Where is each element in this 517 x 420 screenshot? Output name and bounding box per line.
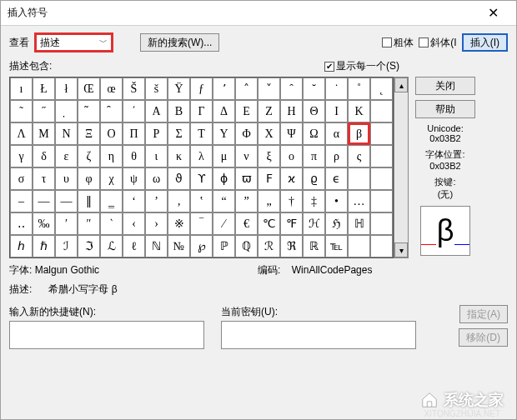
- symbol-cell[interactable]: ˘: [303, 78, 325, 100]
- symbol-cell[interactable]: υ: [55, 168, 78, 190]
- symbol-cell[interactable]: γ: [10, 145, 33, 168]
- symbol-cell[interactable]: ρ: [325, 145, 348, 168]
- symbol-cell[interactable]: Δ: [213, 100, 235, 122]
- symbol-cell[interactable]: ※: [168, 212, 190, 235]
- symbol-cell[interactable]: Ł: [33, 78, 55, 100]
- symbol-cell[interactable]: ς: [348, 145, 370, 168]
- symbol-cell[interactable]: η: [100, 145, 123, 168]
- symbol-cell[interactable]: ℛ: [258, 235, 280, 258]
- symbol-cell[interactable]: •: [325, 190, 348, 212]
- new-shortcut-input[interactable]: [9, 321, 204, 349]
- symbol-cell[interactable]: ℙ: [213, 235, 235, 258]
- symbol-cell[interactable]: ˆ: [280, 78, 303, 100]
- symbol-cell[interactable]: Γ: [190, 100, 213, 122]
- symbol-cell[interactable]: ˄: [235, 78, 258, 100]
- symbol-cell[interactable]: ξ: [258, 145, 280, 168]
- symbol-cell[interactable]: ϒ: [190, 168, 213, 190]
- symbol-cell[interactable]: ̑: [100, 100, 123, 122]
- symbol-cell[interactable]: ”: [235, 190, 258, 212]
- symbol-cell[interactable]: ℉: [280, 212, 303, 235]
- symbol-cell[interactable]: Λ: [10, 122, 33, 145]
- symbol-cell[interactable]: Œ: [78, 78, 100, 100]
- close-button[interactable]: 关闭: [415, 77, 475, 95]
- symbol-cell[interactable]: ℃: [258, 212, 280, 235]
- symbol-cell[interactable]: σ: [10, 168, 33, 190]
- symbol-cell[interactable]: ˝: [33, 100, 55, 122]
- symbol-cell[interactable]: ℐ: [55, 235, 78, 258]
- symbol-cell[interactable]: Ε: [235, 100, 258, 122]
- symbol-cell[interactable]: ‰: [33, 212, 55, 235]
- symbol-cell[interactable]: ‥: [10, 212, 33, 235]
- symbol-cell[interactable]: [370, 235, 393, 258]
- symbol-cell[interactable]: ε: [55, 145, 78, 168]
- symbol-cell[interactable]: Ψ: [280, 122, 303, 145]
- symbol-cell[interactable]: ϰ: [280, 168, 303, 190]
- symbol-cell[interactable]: ℘: [190, 235, 213, 258]
- symbol-cell[interactable]: ˙: [325, 78, 348, 100]
- symbol-cell[interactable]: [370, 190, 393, 212]
- symbol-cell[interactable]: ϱ: [303, 168, 325, 190]
- symbol-cell[interactable]: ˜: [10, 100, 33, 122]
- symbol-cell[interactable]: Μ: [33, 122, 55, 145]
- symbol-cell[interactable]: ˚: [348, 78, 370, 100]
- symbol-cell[interactable]: ℡: [325, 235, 348, 258]
- symbol-cell[interactable]: Ρ: [145, 122, 168, 145]
- symbol-cell[interactable]: ο: [280, 145, 303, 168]
- symbol-cell[interactable]: ℎ: [10, 235, 33, 258]
- italic-checkbox[interactable]: 斜体(I: [419, 36, 456, 50]
- symbol-cell[interactable]: ʼ: [213, 78, 235, 100]
- scroll-up-icon[interactable]: ▴: [394, 78, 408, 92]
- symbol-cell[interactable]: ‖: [78, 190, 100, 212]
- symbol-cell[interactable]: ℑ: [78, 235, 100, 258]
- insert-button[interactable]: 插入(I): [462, 33, 508, 52]
- symbol-cell[interactable]: ‹: [123, 212, 145, 235]
- symbol-cell[interactable]: ł: [55, 78, 78, 100]
- symbol-cell[interactable]: ΄: [123, 100, 145, 122]
- current-key-input[interactable]: [221, 321, 416, 349]
- symbol-cell[interactable]: ı: [10, 78, 33, 100]
- symbol-cell[interactable]: ζ: [78, 145, 100, 168]
- symbol-cell[interactable]: €: [235, 212, 258, 235]
- symbol-cell[interactable]: Ζ: [258, 100, 280, 122]
- symbol-cell[interactable]: π: [303, 145, 325, 168]
- symbol-cell[interactable]: Ÿ: [168, 78, 190, 100]
- symbol-cell[interactable]: ′: [55, 212, 78, 235]
- symbol-cell[interactable]: ℒ: [100, 235, 123, 258]
- symbol-cell[interactable]: №: [168, 235, 190, 258]
- symbol-cell[interactable]: ’: [145, 190, 168, 212]
- symbol-cell[interactable]: φ: [78, 168, 100, 190]
- symbol-cell[interactable]: Θ: [303, 100, 325, 122]
- symbol-cell[interactable]: [348, 168, 370, 190]
- symbol-cell[interactable]: ‘: [123, 190, 145, 212]
- symbol-cell[interactable]: ϖ: [235, 168, 258, 190]
- symbol-cell[interactable]: Α: [145, 100, 168, 122]
- assign-button[interactable]: 指定(A): [459, 305, 508, 323]
- show-each-checkbox[interactable]: ✔显示每一个(S): [324, 59, 399, 73]
- symbol-cell[interactable]: Χ: [258, 122, 280, 145]
- symbol-cell[interactable]: [370, 168, 393, 190]
- symbol-cell[interactable]: ‗: [100, 190, 123, 212]
- symbol-cell[interactable]: ℓ: [123, 235, 145, 258]
- symbol-cell[interactable]: Υ: [213, 122, 235, 145]
- symbol-cell[interactable]: ϑ: [168, 168, 190, 190]
- symbol-cell[interactable]: κ: [168, 145, 190, 168]
- symbol-cell[interactable]: ψ: [123, 168, 145, 190]
- symbol-cell[interactable]: Ξ: [78, 122, 100, 145]
- symbol-cell[interactable]: ‛: [190, 190, 213, 212]
- symbol-cell[interactable]: δ: [33, 145, 55, 168]
- symbol-cell[interactable]: Š: [123, 78, 145, 100]
- symbol-cell[interactable]: λ: [190, 145, 213, 168]
- symbol-cell[interactable]: —: [33, 190, 55, 212]
- symbol-cell[interactable]: Β: [168, 100, 190, 122]
- symbol-cell[interactable]: ―: [55, 190, 78, 212]
- symbol-cell[interactable]: ι: [145, 145, 168, 168]
- symbol-cell[interactable]: ‡: [303, 190, 325, 212]
- symbol-cell[interactable]: α: [325, 122, 348, 145]
- symbol-cell[interactable]: θ: [123, 145, 145, 168]
- symbol-cell[interactable]: ‵: [100, 212, 123, 235]
- symbol-cell[interactable]: ϕ: [213, 168, 235, 190]
- symbol-cell[interactable]: [370, 122, 393, 145]
- bold-checkbox[interactable]: 粗体: [382, 36, 414, 50]
- symbol-cell[interactable]: Η: [280, 100, 303, 122]
- symbol-cell[interactable]: ℍ: [348, 212, 370, 235]
